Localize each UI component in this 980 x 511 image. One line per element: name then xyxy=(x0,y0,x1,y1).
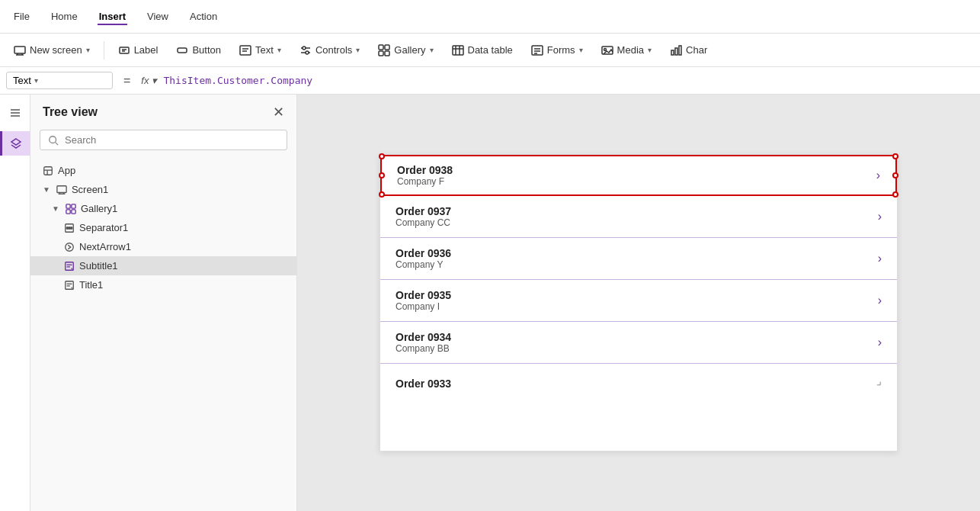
handle-ml xyxy=(379,172,385,178)
formula-selector-value: Text xyxy=(13,75,31,86)
gallery-row-3[interactable]: Order 0935 Company I › xyxy=(380,280,897,322)
svg-point-13 xyxy=(303,47,306,50)
forms-button[interactable]: Forms ▾ xyxy=(524,41,591,59)
svg-point-14 xyxy=(306,51,309,54)
chart-icon xyxy=(670,44,682,56)
svg-rect-4 xyxy=(120,47,129,53)
label-button[interactable]: Label xyxy=(110,41,166,59)
menu-file[interactable]: File xyxy=(12,8,31,25)
tree-item-title1[interactable]: Title1 xyxy=(30,275,296,294)
svg-rect-17 xyxy=(379,51,383,56)
formula-fx: fx ▾ xyxy=(141,75,157,86)
tree-item-nextarrow1-label: NextArrow1 xyxy=(79,241,131,252)
svg-rect-31 xyxy=(679,46,681,55)
media-button-label: Media xyxy=(617,44,644,56)
tree-item-nextarrow1[interactable]: NextArrow1 xyxy=(30,237,296,256)
gallery-row-5[interactable]: Order 0933 › xyxy=(380,364,897,403)
gallery-row-4-title: Order 0934 xyxy=(396,331,878,343)
menu-insert[interactable]: Insert xyxy=(98,8,127,25)
tree-item-subtitle1[interactable]: Subtitle1 xyxy=(30,256,296,275)
tree-panel: Tree view ✕ App ▼ xyxy=(30,95,297,511)
datatable-button-label: Data table xyxy=(468,44,513,56)
gallery-row-3-content: Order 0935 Company I xyxy=(396,289,878,312)
controls-chevron: ▾ xyxy=(356,46,360,54)
gallery-row-0-content: Order 0938 Company F xyxy=(397,164,876,187)
chart-button-label: Char xyxy=(686,44,707,56)
menu-action[interactable]: Action xyxy=(188,8,219,25)
tree-item-separator1[interactable]: Separator1 xyxy=(30,218,296,237)
gallery-row-5-title: Order 0933 xyxy=(396,378,878,390)
formula-selector[interactable]: Text ▾ xyxy=(6,72,113,89)
search-icon xyxy=(48,135,59,146)
forms-button-label: Forms xyxy=(547,44,575,56)
tree-view-title: Tree view xyxy=(43,105,98,119)
media-chevron: ▾ xyxy=(648,46,652,54)
toolbar: New screen ▾ Label Button xyxy=(0,34,980,67)
controls-icon xyxy=(299,44,312,56)
formula-selector-chevron: ▾ xyxy=(34,76,38,85)
subtitle1-icon xyxy=(64,261,75,272)
forms-icon xyxy=(531,44,543,56)
gallery-row-3-title: Order 0935 xyxy=(396,289,878,301)
menu-view[interactable]: View xyxy=(146,8,170,25)
title1-icon xyxy=(64,280,75,291)
media-icon xyxy=(601,44,613,56)
tree-search-input[interactable] xyxy=(65,134,279,146)
gallery-row-3-subtitle: Company I xyxy=(396,301,878,312)
formula-input[interactable] xyxy=(163,75,974,86)
tree-item-gallery1[interactable]: ▼ Gallery1 xyxy=(30,199,296,218)
button-button-label: Button xyxy=(192,44,221,56)
tree-item-subtitle1-label: Subtitle1 xyxy=(79,260,118,272)
gallery-row-4-chevron: › xyxy=(878,336,882,349)
gallery-row-0-chevron: › xyxy=(876,169,880,182)
svg-rect-16 xyxy=(385,45,389,50)
gallery1-expand: ▼ xyxy=(52,204,59,213)
gallery-row-5-content: Order 0933 xyxy=(396,378,878,390)
gallery-row-0-subtitle: Company F xyxy=(397,176,876,187)
canvas-area: Order 0938 Company F › Order 0937 Compan… xyxy=(297,95,980,511)
datatable-button[interactable]: Data table xyxy=(444,41,520,59)
formula-fx-chevron: ▾ xyxy=(152,75,157,86)
tree-item-screen1[interactable]: ▼ Screen1 xyxy=(30,180,296,199)
chart-button[interactable]: Char xyxy=(662,41,715,59)
menu-home[interactable]: Home xyxy=(50,8,79,25)
svg-marker-35 xyxy=(11,139,21,145)
gallery-row-4[interactable]: Order 0934 Company BB › xyxy=(380,322,897,364)
text-chevron: ▾ xyxy=(277,46,281,54)
sidebar-icons xyxy=(0,95,30,511)
svg-rect-46 xyxy=(72,204,75,207)
toolbar-divider-1 xyxy=(104,41,104,59)
tree-search-box[interactable] xyxy=(40,130,287,150)
gallery-button[interactable]: Gallery ▾ xyxy=(370,41,440,59)
gallery-button-label: Gallery xyxy=(394,44,425,56)
media-button[interactable]: Media ▾ xyxy=(594,41,659,59)
tree-item-screen1-label: Screen1 xyxy=(72,184,108,195)
svg-point-28 xyxy=(604,48,606,50)
gallery-row-2-title: Order 0936 xyxy=(396,247,878,259)
svg-rect-41 xyxy=(57,185,66,192)
gallery-row-1[interactable]: Order 0937 Company CC › xyxy=(380,196,897,238)
button-button[interactable]: Button xyxy=(168,41,229,59)
controls-button[interactable]: Controls ▾ xyxy=(292,41,367,59)
gallery-row-2[interactable]: Order 0936 Company Y › xyxy=(380,238,897,280)
tree-item-app[interactable]: App xyxy=(30,161,296,180)
sidebar-menu-icon[interactable] xyxy=(3,101,27,125)
tree-item-title1-label: Title1 xyxy=(79,279,103,291)
button-icon xyxy=(176,44,188,56)
gallery-row-2-chevron: › xyxy=(878,252,882,265)
svg-point-53 xyxy=(66,243,74,251)
gallery-row-0[interactable]: Order 0938 Company F › xyxy=(380,155,897,196)
tree-close-button[interactable]: ✕ xyxy=(273,104,284,121)
datatable-icon xyxy=(452,44,464,56)
tree-content: App ▼ Screen1 ▼ xyxy=(30,158,296,511)
new-screen-button[interactable]: New screen ▾ xyxy=(6,41,98,59)
forms-chevron: ▾ xyxy=(579,46,583,54)
text-button-label: Text xyxy=(255,44,274,56)
text-icon xyxy=(239,44,251,56)
screen1-expand: ▼ xyxy=(43,185,50,194)
svg-point-36 xyxy=(50,136,56,143)
text-button[interactable]: Text ▾ xyxy=(232,41,289,59)
gallery-icon xyxy=(378,44,390,56)
sidebar-layers-icon[interactable] xyxy=(0,131,30,156)
new-screen-chevron: ▾ xyxy=(86,46,90,54)
